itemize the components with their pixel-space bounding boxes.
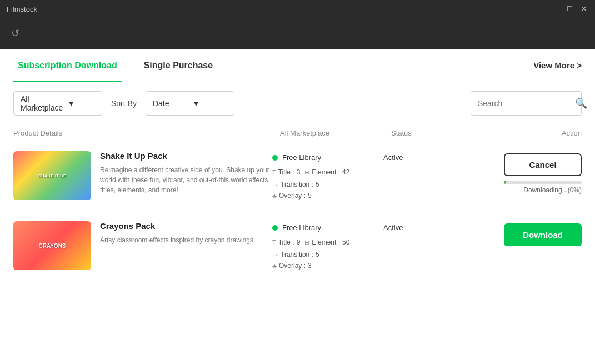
tag-overlay-label: Overlay :	[279, 192, 306, 200]
overlay-icon-crayons: ◈	[272, 262, 277, 270]
tag-overlay-count-c: 3	[308, 262, 312, 270]
tag-title-label-c: Title :	[278, 238, 294, 246]
element-icon: ⊞	[304, 169, 309, 176]
product-marketplace-shake: Free Library T Title : 3 ⊞ Element : 42 …	[272, 151, 383, 203]
tags-row-shake-1: T Title : 3 ⊞ Element : 42 ↔ Transition …	[272, 168, 383, 188]
status-dot-shake	[272, 155, 278, 161]
tag-element-crayons: ⊞ Element : 50	[304, 238, 349, 246]
tag-transition-shake: ↔ Transition : 5	[272, 181, 319, 188]
tag-transition-count: 5	[316, 181, 319, 188]
header-action: Action	[458, 129, 582, 137]
tab-subscription[interactable]: Subscription Download	[13, 49, 122, 82]
tag-transition-count-c: 5	[316, 251, 319, 258]
tag-element-label-c: Element :	[312, 238, 340, 246]
sort-value: Date	[153, 99, 188, 108]
product-status-shake: Active	[383, 151, 450, 162]
download-button-crayons[interactable]: Download	[504, 223, 582, 246]
tags-row-crayons-1: T Title : 9 ⊞ Element : 50 ↔ Transition …	[272, 238, 383, 258]
product-action-shake: Cancel Downloading...(0%)	[450, 151, 582, 194]
sort-dropdown-arrow: ▼	[192, 99, 227, 108]
tag-title-shake: T Title : 3	[272, 168, 300, 176]
header-bar: ↺	[0, 18, 595, 49]
refresh-icon[interactable]: ↺	[11, 27, 19, 39]
progress-text-shake: Downloading...(0%)	[504, 186, 582, 194]
main-content: Subscription Download Single Purchase Vi…	[0, 49, 595, 364]
table-header: Product Details All Marketplace Status A…	[0, 124, 595, 142]
close-button[interactable]: ✕	[579, 4, 588, 13]
tags-row-shake-2: ◈ Overlay : 5	[272, 192, 383, 200]
search-icon[interactable]: 🔍	[575, 97, 587, 109]
product-thumbnail-shake	[13, 151, 91, 200]
title-icon-crayons: T	[272, 239, 276, 246]
progress-area-shake: Downloading...(0%)	[504, 181, 582, 194]
product-thumbnail-crayons	[13, 221, 91, 270]
sort-by-label: Sort By	[111, 99, 137, 108]
thumbnail-image-crayons	[13, 221, 91, 270]
marketplace-name-shake: Free Library	[282, 153, 321, 162]
progress-bar-fill-shake	[504, 181, 506, 184]
tag-overlay-label-c: Overlay :	[279, 262, 306, 270]
marketplace-dropdown[interactable]: All Marketplace ▼	[13, 91, 102, 116]
cancel-button-shake[interactable]: Cancel	[504, 153, 582, 176]
view-more-link[interactable]: View More >	[533, 61, 582, 70]
product-info-crayons: Crayons Pack Artsy classroom effects ins…	[100, 221, 272, 245]
overlay-icon: ◈	[272, 192, 277, 200]
tag-title-label: Title :	[278, 168, 294, 176]
search-box[interactable]: 🔍	[471, 91, 582, 116]
tag-overlay-count: 5	[308, 192, 312, 200]
thumbnail-image-shake	[13, 151, 91, 200]
window-controls: — ☐ ✕	[551, 4, 588, 13]
header-marketplace: All Marketplace	[280, 129, 391, 137]
marketplace-name-crayons: Free Library	[282, 223, 321, 232]
product-status-crayons: Active	[383, 221, 450, 232]
product-name-crayons: Crayons Pack	[100, 221, 272, 231]
transition-icon-crayons: ↔	[272, 251, 278, 258]
tag-element-count: 42	[342, 168, 349, 176]
product-desc-crayons: Artsy classroom effects inspired by cray…	[100, 235, 272, 245]
product-marketplace-crayons: Free Library T Title : 9 ⊞ Element : 50 …	[272, 221, 383, 273]
tag-transition-label-c: Transition :	[281, 251, 313, 258]
filter-bar: All Marketplace ▼ Sort By Date ▼ 🔍	[0, 82, 595, 124]
table-row: Crayons Pack Artsy classroom effects ins…	[0, 212, 595, 282]
tab-single-purchase[interactable]: Single Purchase	[139, 49, 218, 82]
tabs-bar: Subscription Download Single Purchase Vi…	[0, 49, 595, 82]
tag-title-count: 3	[297, 168, 301, 176]
title-bar: Filmstock — ☐ ✕	[0, 0, 595, 18]
tag-transition-crayons: ↔ Transition : 5	[272, 251, 319, 258]
tag-transition-label: Transition :	[281, 181, 313, 188]
minimize-button[interactable]: —	[551, 4, 559, 13]
tags-row-crayons-2: ◈ Overlay : 3	[272, 262, 383, 270]
tag-title-crayons: T Title : 9	[272, 238, 300, 246]
product-info-shake: Shake It Up Pack Reimagine a different c…	[100, 151, 272, 195]
product-desc-shake: Reimagine a different creative side of y…	[100, 165, 272, 195]
sort-dropdown[interactable]: Date ▼	[146, 91, 234, 116]
restore-button[interactable]: ☐	[565, 4, 574, 13]
table-row: Shake It Up Pack Reimagine a different c…	[0, 142, 595, 212]
status-dot-crayons	[272, 225, 278, 231]
app-title: Filmstock	[7, 5, 37, 13]
progress-bar-bg-shake	[504, 181, 582, 184]
marketplace-dropdown-arrow: ▼	[67, 99, 95, 108]
marketplace-value: All Marketplace	[21, 94, 63, 112]
tag-overlay-shake: ◈ Overlay : 5	[272, 192, 312, 200]
product-action-crayons: Download	[450, 221, 582, 246]
title-icon: T	[272, 169, 276, 176]
tag-element-label: Element :	[312, 168, 340, 176]
element-icon-crayons: ⊞	[304, 239, 309, 246]
transition-icon: ↔	[272, 181, 278, 188]
tag-element-shake: ⊞ Element : 42	[304, 168, 349, 176]
tag-title-count-c: 9	[297, 238, 301, 246]
product-name-shake: Shake It Up Pack	[100, 151, 272, 161]
tag-overlay-crayons: ◈ Overlay : 3	[272, 262, 312, 270]
header-status: Status	[391, 129, 458, 137]
header-product: Product Details	[13, 129, 280, 137]
search-input[interactable]	[478, 99, 575, 108]
tag-element-count-c: 50	[342, 238, 349, 246]
